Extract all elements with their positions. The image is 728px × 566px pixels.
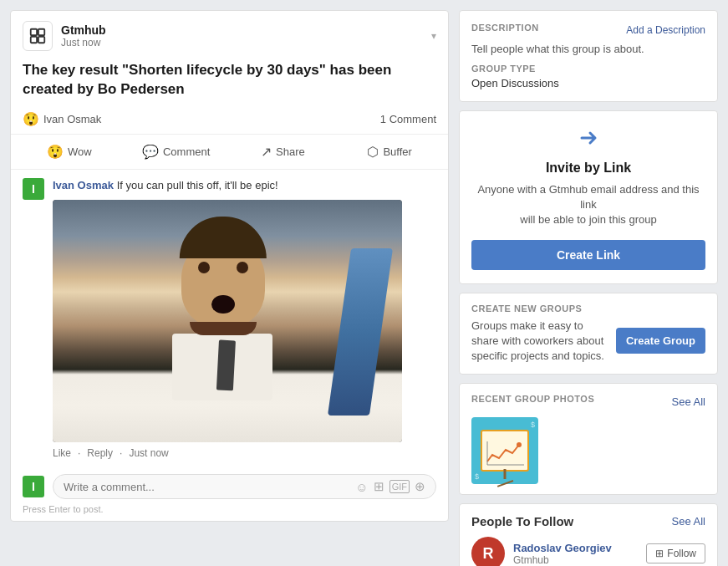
comment-count[interactable]: 1 Comment xyxy=(380,113,436,125)
group-type-label: GROUP TYPE xyxy=(471,64,705,74)
invite-desc-part1: Anyone with a Gtmhub email address and t… xyxy=(477,183,699,211)
post-meta: 😲 Ivan Osmak 1 Comment xyxy=(11,108,448,134)
share-icon: ↗ xyxy=(261,144,272,160)
comment-label: Comment xyxy=(163,145,210,158)
person-row-1: R Radoslav Georgiev Gtmhub ⊞ Follow xyxy=(471,537,705,566)
author-name[interactable]: Ivan Osmak xyxy=(43,113,101,125)
emoji-icon[interactable]: ☺ xyxy=(355,480,368,494)
post-actions: 😲 Wow 💬 Comment ↗ Share ⬡ Buffer xyxy=(11,134,448,169)
follow-icon-1: ⊞ xyxy=(655,548,664,559)
follow-label-1: Follow xyxy=(667,548,696,559)
recent-photos-card: RECENT GROUP PHOTOS See All xyxy=(459,383,718,495)
svg-rect-2 xyxy=(31,37,37,43)
share-button[interactable]: ↗ Share xyxy=(230,138,337,166)
people-see-all-link[interactable]: See All xyxy=(672,515,705,528)
create-groups-label: CREATE NEW GROUPS xyxy=(471,303,705,314)
comment-input[interactable] xyxy=(64,481,355,493)
current-user-avatar: I xyxy=(23,476,44,497)
wow-button[interactable]: 😲 Wow xyxy=(16,138,123,166)
photos-see-all-link[interactable]: See All xyxy=(672,395,705,408)
svg-rect-0 xyxy=(31,29,37,35)
description-label: DESCRIPTION xyxy=(471,23,539,33)
person-avatar-1: R xyxy=(471,537,505,566)
comment-input-row: I ☺ ⊞ GIF ⊕ xyxy=(11,467,448,502)
group-info-card: DESCRIPTION Add a Description Tell peopl… xyxy=(459,10,718,102)
commenter-name[interactable]: Ivan Osmak xyxy=(53,179,114,191)
right-sidebar: DESCRIPTION Add a Description Tell peopl… xyxy=(459,10,718,566)
post-time: Just now xyxy=(61,37,106,48)
wow-label: Wow xyxy=(68,145,92,158)
buffer-label: Buffer xyxy=(383,145,411,158)
create-link-button[interactable]: Create Link xyxy=(471,240,705,270)
people-to-follow-card: People To Follow See All R Radoslav Geor… xyxy=(459,503,718,566)
post-title: The key result "Shorten lifecycle by 30 … xyxy=(11,58,448,108)
attachment-icon[interactable]: ⊕ xyxy=(415,479,425,494)
separator-2: · xyxy=(120,447,122,459)
comments-section: I Ivan Osmak If you can pull this off, i… xyxy=(11,169,448,467)
group-description: Tell people what this group is about. xyxy=(471,43,705,55)
create-groups-card: CREATE NEW GROUPS Groups make it easy to… xyxy=(459,293,718,375)
main-feed: Gtmhub Just now ▾ The key result "Shorte… xyxy=(10,10,449,566)
svg-rect-3 xyxy=(38,37,44,43)
comment-icon: 💬 xyxy=(142,144,159,160)
post-card: Gtmhub Just now ▾ The key result "Shorte… xyxy=(10,10,449,522)
post-author: 😲 Ivan Osmak xyxy=(23,111,101,127)
invite-by-link-card: Invite by Link Anyone with a Gtmhub emai… xyxy=(459,110,718,284)
add-description-link[interactable]: Add a Description xyxy=(626,24,705,36)
person-info-1: Radoslav Georgiev Gtmhub xyxy=(513,542,638,566)
create-groups-description: Groups make it easy to share with cowork… xyxy=(471,319,608,365)
buffer-icon: ⬡ xyxy=(367,144,379,160)
post-options-chevron[interactable]: ▾ xyxy=(431,30,436,42)
person-name-1[interactable]: Radoslav Georgiev xyxy=(513,542,638,554)
comment-input-icons: ☺ ⊞ GIF ⊕ xyxy=(355,479,425,494)
comment-body: If you can pull this off, it'll be epic! xyxy=(117,179,278,191)
group-photo-thumb[interactable]: $ $ xyxy=(471,417,538,484)
separator-1: · xyxy=(78,447,80,459)
create-group-button[interactable]: Create Group xyxy=(616,328,705,354)
app-name: Gtmhub xyxy=(61,23,106,37)
gif-icon[interactable]: GIF xyxy=(389,480,410,493)
like-link[interactable]: Like xyxy=(53,447,71,459)
commenter-avatar: I xyxy=(23,178,44,200)
press-enter-hint: Press Enter to post. xyxy=(11,502,448,521)
buffer-button[interactable]: ⬡ Buffer xyxy=(336,138,443,166)
image-icon[interactable]: ⊞ xyxy=(374,479,384,494)
comment-row: I Ivan Osmak If you can pull this off, i… xyxy=(23,178,436,459)
follow-button-1[interactable]: ⊞ Follow xyxy=(646,543,705,563)
comment-text: Ivan Osmak If you can pull this off, it'… xyxy=(53,178,402,193)
wow-icon: 😲 xyxy=(47,144,64,160)
invite-description: Anyone with a Gtmhub email address and t… xyxy=(471,182,705,228)
svg-point-4 xyxy=(517,442,522,447)
app-icon xyxy=(23,21,53,51)
comment-time: Just now xyxy=(129,447,168,459)
comment-input-wrap[interactable]: ☺ ⊞ GIF ⊕ xyxy=(53,474,436,499)
invite-desc-part2: will be able to join this group xyxy=(520,213,656,226)
author-emoji: 😲 xyxy=(23,111,39,127)
comment-image xyxy=(53,200,402,442)
invite-title: Invite by Link xyxy=(471,161,705,176)
comment-button[interactable]: 💬 Comment xyxy=(123,138,230,166)
recent-photos-label: RECENT GROUP PHOTOS xyxy=(471,394,594,404)
comment-footer: Like · Reply · Just now xyxy=(53,447,402,459)
share-label: Share xyxy=(276,145,305,158)
invite-link-icon xyxy=(471,126,705,156)
person-company-1: Gtmhub xyxy=(513,554,638,566)
group-type-value: Open Discussions xyxy=(471,77,705,89)
people-to-follow-label: People To Follow xyxy=(471,514,573,528)
svg-rect-1 xyxy=(38,29,44,35)
reply-link[interactable]: Reply xyxy=(87,447,113,459)
post-header: Gtmhub Just now ▾ xyxy=(11,11,448,58)
